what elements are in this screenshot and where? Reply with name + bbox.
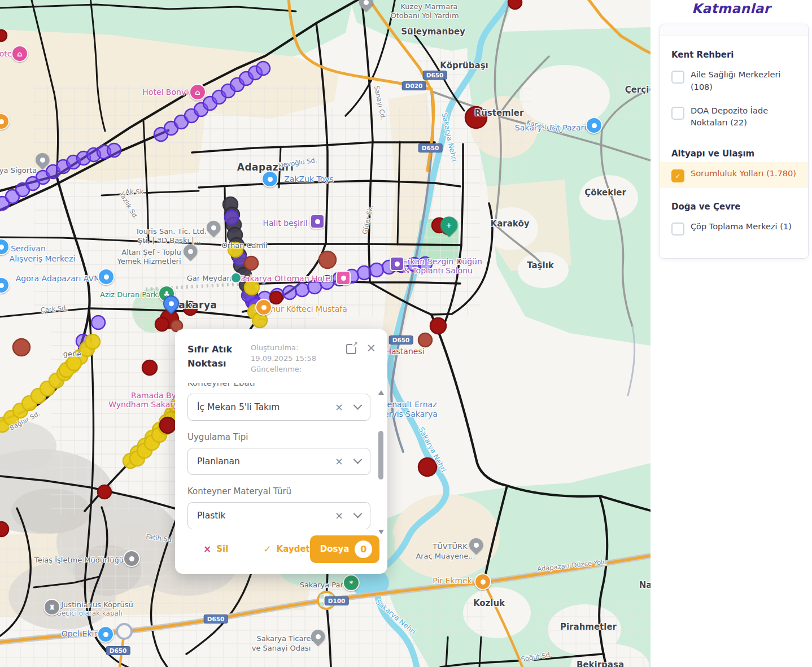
select-input[interactable]: İç Mekan 5'li Takım×	[187, 394, 370, 421]
field-label: Uygulama Tipi	[187, 432, 370, 442]
layer-item-label: Sorumluluk Yolları (1.780)	[691, 168, 796, 180]
layer-item[interactable]: ✓Sorumluluk Yolları (1.780)	[660, 162, 808, 188]
layer-item[interactable]: DOA Depozito İade Noktaları (22)	[660, 99, 808, 136]
select-input[interactable]: Plastik×	[187, 502, 370, 529]
file-button[interactable]: Dosya 0	[310, 535, 380, 563]
popup-footer: × Sil ✓ Kaydet Dosya 0	[175, 529, 387, 563]
created-value: 19.09.2025 15:58	[251, 354, 346, 364]
popup-meta: Oluşturulma: 19.09.2025 15:58 Güncellenm…	[251, 343, 346, 375]
layer-item-label: Aile Sağlığı Merkezleri (108)	[691, 69, 797, 94]
scrollbar-thumb[interactable]	[378, 431, 383, 479]
clear-icon[interactable]: ×	[335, 455, 343, 467]
layers-panel-title: Katmanlar	[651, 1, 812, 16]
updated-label: Güncellenme:	[251, 364, 346, 375]
feature-popup: Sıfır Atık Noktası Oluşturulma: 19.09.20…	[175, 329, 387, 574]
clear-icon[interactable]: ×	[335, 509, 343, 521]
field-label: Konteyner Ebatı	[187, 383, 370, 388]
layers-sidebar: Katmanlar Kent RehberiAile Sağlığı Merke…	[651, 0, 812, 667]
delete-x-icon: ×	[203, 543, 211, 555]
checkbox-icon[interactable]	[671, 107, 684, 120]
expand-icon[interactable]: ↗	[346, 344, 356, 354]
layer-section-title: Kent Rehberi	[660, 50, 808, 60]
layer-sections: Kent RehberiAile Sağlığı Merkezleri (108…	[660, 50, 808, 241]
scroll-down-icon[interactable]	[378, 530, 384, 534]
created-label: Oluşturulma:	[251, 343, 346, 354]
select-value: Planlanan	[197, 456, 335, 467]
chevron-down-icon[interactable]	[353, 401, 363, 410]
file-count-badge: 0	[355, 540, 372, 558]
field-label: Konteyner Materyal Türü	[187, 486, 370, 496]
chevron-down-icon[interactable]	[353, 455, 363, 464]
layer-item-label: DOA Depozito İade Noktaları (22)	[691, 105, 797, 130]
popup-header: Sıfır Atık Noktası Oluşturulma: 19.09.20…	[175, 329, 387, 375]
popup-form: Konteyner Ebatıİç Mekan 5'li Takım×Uygul…	[187, 383, 370, 529]
select-value: İç Mekan 5'li Takım	[197, 402, 335, 412]
checkbox-icon[interactable]	[671, 223, 684, 236]
checkbox-icon[interactable]: ✓	[671, 169, 684, 182]
checkbox-icon[interactable]	[671, 71, 684, 84]
chevron-down-icon[interactable]	[353, 509, 363, 518]
layer-item[interactable]: Aile Sağlığı Merkezleri (108)	[660, 63, 808, 99]
layers-panel-card: Kent RehberiAile Sağlığı Merkezleri (108…	[660, 24, 809, 259]
layer-section-title: Doğa ve Çevre	[660, 202, 808, 212]
popup-title: Sıfır Atık Noktası	[187, 343, 251, 375]
app-window: AdapazarıSakaryaSüleymanbeyKöprübaşıRüst…	[0, 0, 812, 667]
clear-icon[interactable]: ×	[335, 401, 343, 413]
select-input[interactable]: Planlanan×	[187, 448, 370, 475]
save-check-icon: ✓	[263, 543, 271, 555]
panel-header-strip[interactable]	[660, 24, 808, 36]
popup-scrollbar[interactable]	[378, 390, 385, 534]
layer-item-label: Çöp Toplama Merkezi (1)	[691, 221, 792, 233]
select-value: Plastik	[197, 511, 335, 521]
delete-button[interactable]: × Sil	[203, 543, 228, 555]
scroll-up-icon[interactable]	[378, 390, 384, 395]
save-button[interactable]: ✓ Kaydet	[263, 543, 309, 555]
layer-item[interactable]: Çöp Toplama Merkezi (1)	[660, 215, 808, 241]
close-icon[interactable]: ×	[366, 344, 376, 352]
layer-section-title: Altyapı ve Ulaşım	[660, 149, 808, 159]
